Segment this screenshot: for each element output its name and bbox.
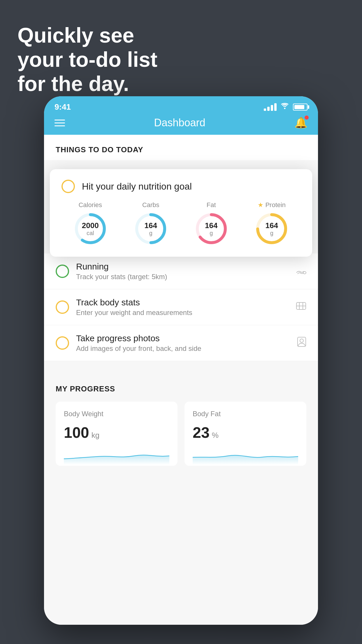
carbs-unit: g bbox=[145, 230, 157, 236]
protein-value: 164 bbox=[266, 221, 278, 230]
body-fat-number: 23 bbox=[193, 424, 210, 441]
status-icons bbox=[264, 103, 307, 111]
card-header: Hit your daily nutrition goal bbox=[61, 180, 301, 193]
progress-photos-item[interactable]: Take progress photos Add images of your … bbox=[44, 325, 318, 361]
photos-subtitle: Add images of your front, back, and side bbox=[76, 344, 290, 353]
phone-content: THINGS TO DO TODAY Hit your daily nutrit… bbox=[44, 135, 318, 625]
fat-value: 164 bbox=[205, 221, 217, 230]
calories-label: Calories bbox=[78, 201, 102, 209]
calories-value: 2000 bbox=[82, 221, 99, 230]
photos-text: Take progress photos Add images of your … bbox=[76, 333, 290, 353]
todo-list: Running Track your stats (target: 5km) bbox=[44, 253, 318, 361]
body-stats-circle bbox=[56, 300, 69, 314]
progress-title: MY PROGRESS bbox=[56, 384, 306, 393]
running-subtitle: Track your stats (target: 5km) bbox=[76, 273, 289, 281]
things-section: THINGS TO DO TODAY bbox=[44, 135, 318, 160]
bell-icon[interactable]: 🔔 bbox=[294, 117, 307, 129]
carbs-label: Carbs bbox=[142, 201, 159, 209]
status-time: 9:41 bbox=[55, 102, 71, 112]
person-icon bbox=[297, 337, 306, 349]
hamburger-menu[interactable] bbox=[55, 120, 65, 126]
hero-text: Quickly see your to-do list for the day. bbox=[17, 23, 157, 96]
body-fat-unit: % bbox=[212, 431, 219, 440]
scale-icon bbox=[296, 301, 306, 313]
body-fat-card[interactable]: Body Fat 23 % bbox=[184, 402, 306, 466]
status-bar: 9:41 bbox=[44, 96, 318, 114]
running-icon bbox=[296, 266, 306, 277]
star-icon: ★ bbox=[258, 201, 263, 209]
nav-title: Dashboard bbox=[154, 117, 205, 129]
things-section-title: THINGS TO DO TODAY bbox=[56, 145, 306, 160]
body-fat-value-row: 23 % bbox=[193, 424, 298, 441]
body-stats-subtitle: Enter your weight and measurements bbox=[76, 309, 289, 317]
task-circle bbox=[61, 180, 75, 193]
body-weight-number: 100 bbox=[64, 424, 89, 441]
progress-cards: Body Weight 100 kg bbox=[56, 402, 306, 466]
phone-frame: 9:41 bbox=[44, 96, 318, 625]
battery-icon bbox=[293, 104, 307, 111]
calories-item: Calories 2000 cal bbox=[73, 201, 108, 246]
protein-label: ★ Protein bbox=[258, 201, 286, 209]
body-weight-card[interactable]: Body Weight 100 kg bbox=[56, 402, 178, 466]
body-weight-label: Body Weight bbox=[64, 410, 169, 418]
body-stats-title: Track body stats bbox=[76, 298, 289, 307]
progress-section: MY PROGRESS Body Weight 100 kg bbox=[44, 373, 318, 477]
running-item[interactable]: Running Track your stats (target: 5km) bbox=[44, 253, 318, 289]
fat-label: Fat bbox=[207, 201, 216, 209]
fat-donut: 164 g bbox=[194, 211, 229, 246]
photos-circle bbox=[56, 336, 69, 350]
svg-rect-13 bbox=[298, 337, 306, 346]
body-weight-value-row: 100 kg bbox=[64, 424, 169, 441]
body-stats-text: Track body stats Enter your weight and m… bbox=[76, 298, 289, 317]
running-text: Running Track your stats (target: 5km) bbox=[76, 262, 289, 281]
carbs-value: 164 bbox=[145, 221, 157, 230]
protein-unit: g bbox=[266, 230, 278, 236]
carbs-donut: 164 g bbox=[133, 211, 168, 246]
calories-unit: cal bbox=[82, 230, 99, 236]
wifi-icon bbox=[281, 103, 289, 111]
body-weight-sparkline bbox=[64, 447, 169, 465]
notification-dot bbox=[305, 116, 309, 120]
body-fat-label: Body Fat bbox=[193, 410, 298, 418]
running-title: Running bbox=[76, 262, 289, 272]
protein-donut: 164 g bbox=[254, 211, 289, 246]
phone-screen: 9:41 bbox=[44, 96, 318, 625]
calories-donut: 2000 cal bbox=[73, 211, 108, 246]
svg-point-14 bbox=[300, 339, 303, 342]
nutrition-goal-card[interactable]: Hit your daily nutrition goal Calories bbox=[50, 169, 312, 257]
nav-bar: Dashboard 🔔 bbox=[44, 114, 318, 135]
body-weight-unit: kg bbox=[92, 431, 99, 440]
fat-item: Fat 164 g bbox=[194, 201, 229, 246]
body-fat-sparkline bbox=[193, 447, 298, 465]
body-stats-item[interactable]: Track body stats Enter your weight and m… bbox=[44, 289, 318, 325]
carbs-item: Carbs 164 g bbox=[133, 201, 168, 246]
card-title: Hit your daily nutrition goal bbox=[82, 181, 192, 192]
signal-icon bbox=[264, 103, 277, 111]
nutrition-grid: Calories 2000 cal bbox=[61, 201, 301, 246]
protein-item: ★ Protein 164 g bbox=[254, 201, 289, 246]
running-circle bbox=[56, 265, 69, 278]
fat-unit: g bbox=[205, 230, 217, 236]
photos-title: Take progress photos bbox=[76, 333, 290, 343]
